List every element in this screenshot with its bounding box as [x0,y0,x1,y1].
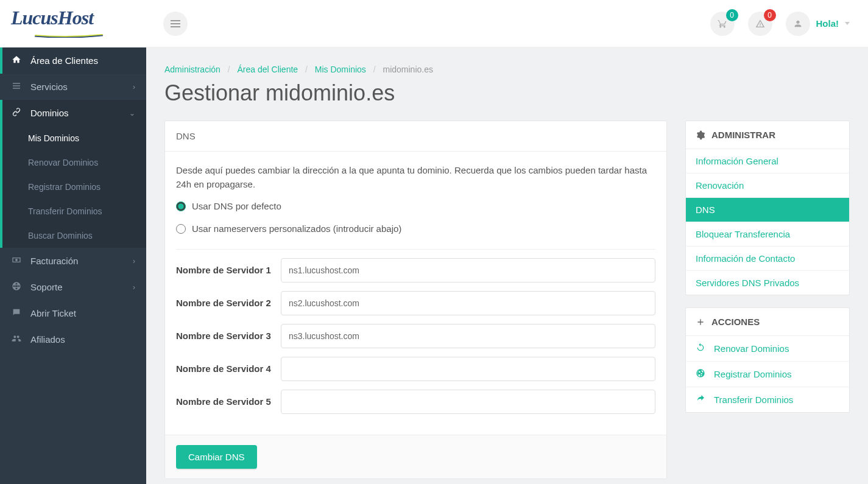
refresh-icon [696,343,707,354]
globe-icon [696,368,707,380]
logo[interactable]: LucusHost [0,7,146,40]
greeting-text: Hola! [816,18,839,29]
list-icon [11,81,22,93]
action-renovar-dominios[interactable]: Renovar Dominios [686,336,849,362]
sidebar-item-dominios[interactable]: Dominios ⌄ [2,100,146,126]
ns1-input[interactable] [281,258,655,282]
gear-icon [696,130,705,140]
users-icon [11,334,22,345]
chevron-right-icon: › [133,257,135,265]
sidebar-item-label: Servicios [30,82,68,92]
admin-item-info-contacto[interactable]: Información de Contacto [686,247,849,271]
ns3-input[interactable] [281,324,655,348]
logo-text: LucusHost [11,7,127,29]
chat-icon [11,307,22,319]
topbar: LucusHost 0 0 Hola! [0,0,868,47]
share-icon [696,394,707,405]
plus-icon [696,317,705,327]
sidebar-item-label: Abrir Ticket [30,308,76,318]
radio-custom-dns[interactable] [176,224,186,234]
user-menu[interactable]: Hola! [786,12,850,36]
sidebar-item-soporte[interactable]: Soporte › [0,274,146,300]
sidebar-subitem-registrar-dominios[interactable]: Registrar Dominios [2,175,146,199]
sidebar-item-label: Facturación [30,256,78,266]
logo-swoosh-icon [11,34,127,38]
hamburger-icon [171,20,180,27]
cart-badge: 0 [726,9,738,21]
cart-button[interactable]: 0 [710,12,735,36]
action-registrar-dominios[interactable]: Registrar Dominios [686,362,849,387]
sidebar-item-label: Área de Clientes [30,55,98,66]
sidebar-item-label: Dominios [30,108,69,118]
actions-panel-header: ACCIONES [686,308,849,336]
admin-panel-header: ADMINISTRAR [686,121,849,149]
dns-card-title: DNS [165,121,666,152]
ns2-label: Nombre de Servidor 2 [176,296,273,310]
sidebar-group-dominios: Dominios ⌄ Mis Dominios Renovar Dominios… [0,100,146,248]
sidebar-subitem-renovar-dominios[interactable]: Renovar Dominios [2,150,146,175]
submit-dns-button[interactable]: Cambiar DNS [176,445,257,469]
chevron-right-icon: › [133,83,135,91]
divider [176,249,655,250]
chevron-down-icon [845,22,850,25]
ns5-label: Nombre de Servidor 5 [176,395,273,409]
radio-default-dns-label: Usar DNS por defecto [192,200,281,214]
user-icon [793,19,803,29]
globe-icon [11,281,22,293]
home-icon [11,55,22,66]
sidebar-item-abrir-ticket[interactable]: Abrir Ticket [0,300,146,326]
ns4-input[interactable] [281,357,655,381]
admin-item-bloquear-transferencia[interactable]: Bloquear Transferencia [686,222,849,247]
menu-toggle-button[interactable] [163,12,188,36]
ns3-label: Nombre de Servidor 3 [176,329,273,343]
admin-item-servidores-dns-privados[interactable]: Servidores DNS Privados [686,271,849,295]
sidebar-subitem-mis-dominios[interactable]: Mis Dominios [2,126,146,150]
breadcrumb-current: midominio.es [383,65,432,74]
sidebar-item-afiliados[interactable]: Afiliados [0,326,146,352]
chevron-right-icon: › [133,283,135,292]
ns4-label: Nombre de Servidor 4 [176,362,273,376]
sidebar-item-facturacion[interactable]: Facturación › [0,248,146,274]
warning-icon [755,19,765,29]
breadcrumb-mis-dominios[interactable]: Mis Dominios [315,65,366,74]
ns5-input[interactable] [281,390,655,414]
breadcrumb-administracion[interactable]: Administración [164,65,221,74]
alerts-button[interactable]: 0 [748,12,772,36]
breadcrumb: Administración / Área del Cliente / Mis … [164,65,850,74]
admin-item-info-general[interactable]: Información General [686,149,849,174]
sidebar-item-label: Afiliados [30,334,65,345]
radio-custom-dns-label: Usar nameservers personalizados (introdu… [192,222,401,236]
alerts-badge: 0 [764,9,776,21]
sidebar-item-area-clientes[interactable]: Área de Clientes [0,47,146,74]
sidebar-item-servicios[interactable]: Servicios › [0,74,146,100]
admin-item-renovacion[interactable]: Renovación [686,174,849,198]
admin-panel: ADMINISTRAR Información General Renovaci… [685,121,850,295]
ns2-input[interactable] [281,291,655,315]
admin-item-dns[interactable]: DNS [686,198,849,222]
dns-card: DNS Desde aquí puedes cambiar la direcci… [164,121,667,479]
chevron-down-icon: ⌄ [129,109,135,117]
sidebar: Área de Clientes Servicios › Dominios ⌄ … [0,47,146,484]
sidebar-subitem-transferir-dominios[interactable]: Transferir Dominios [2,199,146,223]
money-icon [11,255,22,267]
avatar [786,12,810,36]
sidebar-subitem-buscar-dominios[interactable]: Buscar Dominios [2,223,146,248]
link-icon [11,107,22,119]
sidebar-item-label: Soporte [30,282,63,292]
page-title: Gestionar midominio.es [164,80,850,106]
ns1-label: Nombre de Servidor 1 [176,264,273,278]
actions-panel: ACCIONES Renovar Dominios Registrar Domi… [685,307,850,413]
dns-description: Desde aquí puedes cambiar la dirección a… [176,164,655,191]
action-transferir-dominios[interactable]: Transferir Dominios [686,387,849,412]
cart-icon [718,19,727,29]
radio-default-dns[interactable] [176,202,186,211]
breadcrumb-area-cliente[interactable]: Área del Cliente [238,65,298,74]
